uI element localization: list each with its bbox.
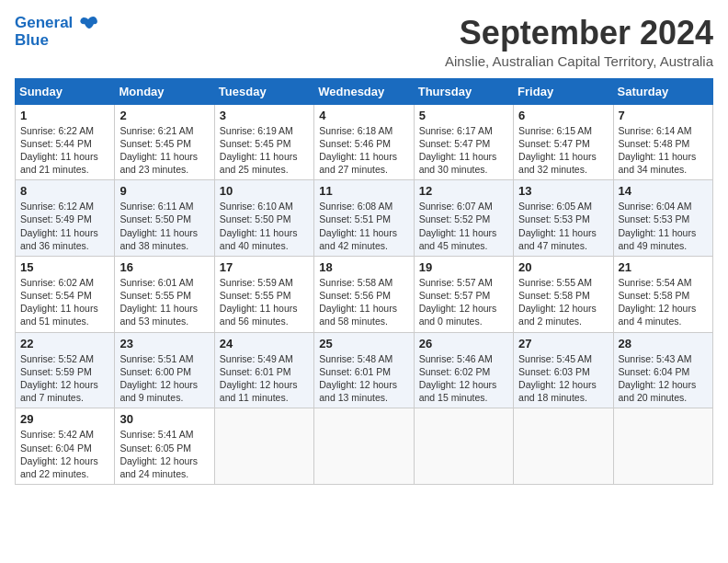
day-info: Sunrise: 5:57 AMSunset: 5:57 PMDaylight:… — [419, 276, 508, 328]
day-info: Sunrise: 5:58 AMSunset: 5:56 PMDaylight:… — [319, 276, 408, 328]
calendar-cell — [613, 408, 712, 485]
day-number: 7 — [619, 109, 708, 122]
day-info: Sunrise: 5:46 AMSunset: 6:02 PMDaylight:… — [419, 352, 508, 405]
calendar-header-monday: Monday — [115, 78, 214, 104]
month-title: September 2024 — [445, 15, 713, 52]
day-info: Sunrise: 6:21 AMSunset: 5:45 PMDaylight:… — [119, 124, 209, 177]
calendar-week-row: 15Sunrise: 6:02 AMSunset: 5:54 PMDayligh… — [16, 256, 713, 332]
calendar-cell: 27Sunrise: 5:45 AMSunset: 6:03 PMDayligh… — [514, 332, 613, 408]
calendar-header-wednesday: Wednesday — [314, 78, 414, 104]
calendar-cell: 5Sunrise: 6:17 AMSunset: 5:47 PMDaylight… — [414, 104, 513, 180]
calendar-cell: 6Sunrise: 6:15 AMSunset: 5:47 PMDaylight… — [514, 104, 613, 180]
day-info: Sunrise: 6:10 AMSunset: 5:50 PMDaylight:… — [220, 200, 309, 252]
calendar-cell: 11Sunrise: 6:08 AMSunset: 5:51 PMDayligh… — [314, 180, 414, 257]
calendar-cell: 19Sunrise: 5:57 AMSunset: 5:57 PMDayligh… — [414, 256, 513, 332]
calendar-cell: 16Sunrise: 6:01 AMSunset: 5:55 PMDayligh… — [115, 256, 214, 332]
calendar-header-saturday: Saturday — [613, 78, 712, 104]
day-info: Sunrise: 5:51 AMSunset: 6:00 PMDaylight:… — [119, 352, 209, 405]
calendar-cell: 17Sunrise: 5:59 AMSunset: 5:55 PMDayligh… — [214, 256, 313, 332]
day-number: 6 — [518, 109, 608, 122]
day-number: 11 — [319, 184, 408, 198]
calendar-week-row: 22Sunrise: 5:52 AMSunset: 5:59 PMDayligh… — [16, 332, 713, 408]
day-number: 17 — [220, 260, 309, 274]
calendar-header-tuesday: Tuesday — [214, 78, 313, 104]
day-number: 13 — [518, 184, 608, 198]
day-number: 26 — [419, 337, 508, 350]
calendar-cell: 20Sunrise: 5:55 AMSunset: 5:58 PMDayligh… — [514, 256, 613, 332]
day-number: 8 — [20, 184, 109, 198]
calendar-cell — [514, 408, 613, 485]
day-info: Sunrise: 6:05 AMSunset: 5:53 PMDaylight:… — [518, 200, 608, 252]
calendar-cell: 10Sunrise: 6:10 AMSunset: 5:50 PMDayligh… — [214, 180, 313, 257]
day-number: 29 — [20, 412, 109, 426]
day-number: 12 — [419, 184, 508, 198]
calendar-cell: 8Sunrise: 6:12 AMSunset: 5:49 PMDaylight… — [16, 180, 115, 257]
day-info: Sunrise: 6:22 AMSunset: 5:44 PMDaylight:… — [20, 124, 109, 177]
day-info: Sunrise: 5:54 AMSunset: 5:58 PMDaylight:… — [619, 276, 708, 328]
day-number: 21 — [619, 260, 708, 274]
day-number: 24 — [220, 337, 309, 350]
calendar-header-row: SundayMondayTuesdayWednesdayThursdayFrid… — [16, 78, 713, 104]
day-info: Sunrise: 6:18 AMSunset: 5:46 PMDaylight:… — [319, 124, 408, 177]
calendar-cell: 24Sunrise: 5:49 AMSunset: 6:01 PMDayligh… — [214, 332, 313, 408]
calendar-week-row: 29Sunrise: 5:42 AMSunset: 6:04 PMDayligh… — [16, 408, 713, 485]
day-info: Sunrise: 5:45 AMSunset: 6:03 PMDaylight:… — [518, 352, 608, 405]
day-info: Sunrise: 6:07 AMSunset: 5:52 PMDaylight:… — [419, 200, 508, 252]
day-number: 28 — [619, 337, 708, 350]
calendar-cell: 14Sunrise: 6:04 AMSunset: 5:53 PMDayligh… — [613, 180, 712, 257]
calendar-week-row: 8Sunrise: 6:12 AMSunset: 5:49 PMDaylight… — [16, 180, 713, 257]
day-info: Sunrise: 6:08 AMSunset: 5:51 PMDaylight:… — [319, 200, 408, 252]
calendar-cell: 25Sunrise: 5:48 AMSunset: 6:01 PMDayligh… — [314, 332, 414, 408]
day-number: 4 — [319, 109, 408, 122]
calendar-cell: 26Sunrise: 5:46 AMSunset: 6:02 PMDayligh… — [414, 332, 513, 408]
calendar-cell: 30Sunrise: 5:41 AMSunset: 6:05 PMDayligh… — [115, 408, 214, 485]
calendar-cell: 22Sunrise: 5:52 AMSunset: 5:59 PMDayligh… — [16, 332, 115, 408]
logo: General Blue — [15, 15, 99, 49]
day-number: 25 — [319, 337, 408, 350]
day-number: 9 — [119, 184, 209, 198]
logo-text-blue: Blue — [15, 32, 99, 50]
calendar-cell: 15Sunrise: 6:02 AMSunset: 5:54 PMDayligh… — [16, 256, 115, 332]
day-info: Sunrise: 5:42 AMSunset: 6:04 PMDaylight:… — [20, 428, 109, 480]
day-number: 23 — [119, 337, 209, 350]
day-info: Sunrise: 6:11 AMSunset: 5:50 PMDaylight:… — [119, 200, 209, 252]
location-subtitle: Ainslie, Australian Capital Territory, A… — [445, 53, 713, 69]
calendar-cell: 12Sunrise: 6:07 AMSunset: 5:52 PMDayligh… — [414, 180, 513, 257]
day-number: 22 — [20, 337, 109, 350]
calendar-cell: 7Sunrise: 6:14 AMSunset: 5:48 PMDaylight… — [613, 104, 712, 180]
day-number: 5 — [419, 109, 508, 122]
calendar-cell: 29Sunrise: 5:42 AMSunset: 6:04 PMDayligh… — [16, 408, 115, 485]
calendar-header-friday: Friday — [514, 78, 613, 104]
day-info: Sunrise: 6:14 AMSunset: 5:48 PMDaylight:… — [619, 124, 708, 177]
calendar-cell: 1Sunrise: 6:22 AMSunset: 5:44 PMDaylight… — [16, 104, 115, 180]
day-number: 20 — [518, 260, 608, 274]
calendar-cell: 2Sunrise: 6:21 AMSunset: 5:45 PMDaylight… — [115, 104, 214, 180]
logo-text-general: General — [15, 14, 73, 31]
day-number: 16 — [119, 260, 209, 274]
day-info: Sunrise: 6:04 AMSunset: 5:53 PMDaylight:… — [619, 200, 708, 252]
calendar-cell: 13Sunrise: 6:05 AMSunset: 5:53 PMDayligh… — [514, 180, 613, 257]
page-header: General Blue September 2024 Ainslie, Aus… — [15, 15, 713, 69]
calendar-week-row: 1Sunrise: 6:22 AMSunset: 5:44 PMDaylight… — [16, 104, 713, 180]
day-number: 1 — [20, 109, 109, 122]
day-info: Sunrise: 5:52 AMSunset: 5:59 PMDaylight:… — [20, 352, 109, 405]
calendar-cell — [214, 408, 313, 485]
calendar-header-sunday: Sunday — [16, 78, 115, 104]
day-number: 19 — [419, 260, 508, 274]
calendar-cell — [414, 408, 513, 485]
calendar-cell: 3Sunrise: 6:19 AMSunset: 5:45 PMDaylight… — [214, 104, 313, 180]
calendar-cell: 23Sunrise: 5:51 AMSunset: 6:00 PMDayligh… — [115, 332, 214, 408]
calendar-cell: 4Sunrise: 6:18 AMSunset: 5:46 PMDaylight… — [314, 104, 414, 180]
day-number: 30 — [119, 412, 209, 426]
day-number: 10 — [220, 184, 309, 198]
day-info: Sunrise: 6:19 AMSunset: 5:45 PMDaylight:… — [220, 124, 309, 177]
day-info: Sunrise: 5:55 AMSunset: 5:58 PMDaylight:… — [518, 276, 608, 328]
logo-bird-icon — [79, 16, 99, 32]
calendar-cell: 21Sunrise: 5:54 AMSunset: 5:58 PMDayligh… — [613, 256, 712, 332]
day-info: Sunrise: 5:48 AMSunset: 6:01 PMDaylight:… — [319, 352, 408, 405]
title-area: September 2024 Ainslie, Australian Capit… — [445, 15, 713, 69]
day-number: 2 — [119, 109, 209, 122]
calendar-cell: 28Sunrise: 5:43 AMSunset: 6:04 PMDayligh… — [613, 332, 712, 408]
day-info: Sunrise: 6:17 AMSunset: 5:47 PMDaylight:… — [419, 124, 508, 177]
calendar-header-thursday: Thursday — [414, 78, 513, 104]
